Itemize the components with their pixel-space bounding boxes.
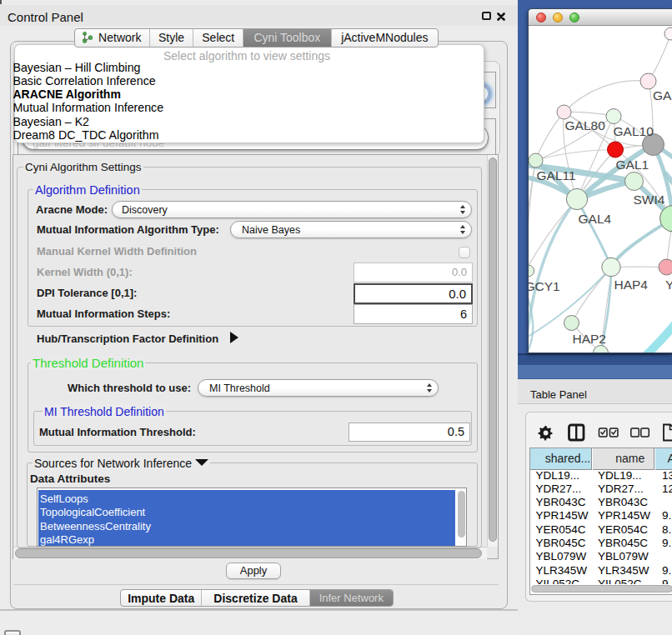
svg-text:GAL80: GAL80	[565, 118, 606, 132]
svg-text:GAL1: GAL1	[616, 158, 649, 172]
svg-text:HAP4: HAP4	[614, 278, 649, 292]
svg-text:GAL4: GAL4	[579, 212, 612, 226]
svg-text:SWI4: SWI4	[634, 192, 665, 207]
svg-text:Y: Y	[665, 278, 672, 292]
svg-text:GAL11: GAL11	[537, 168, 576, 182]
svg-text:GAL2: GAL2	[653, 88, 672, 102]
svg-text:GCY1: GCY1	[529, 279, 560, 293]
svg-text:GAL10: GAL10	[614, 124, 654, 138]
svg-text:HAP2: HAP2	[573, 332, 607, 346]
